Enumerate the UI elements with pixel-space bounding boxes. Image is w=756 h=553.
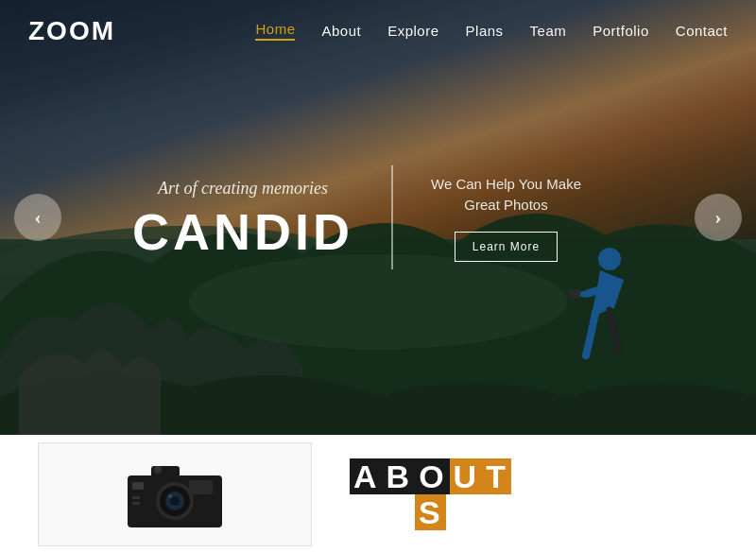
hero-title: CANDID: [132, 206, 353, 257]
hero-subtitle: We Can Help You Make Great Photos: [431, 174, 581, 216]
about-line2: S: [350, 494, 511, 530]
svg-point-10: [170, 496, 180, 506]
prev-arrow[interactable]: ‹: [14, 194, 61, 241]
hero-tagline: Art of creating memories: [132, 179, 353, 199]
about-text: A B O U T S: [350, 458, 511, 530]
hero-content: Art of creating memories CANDID We Can H…: [132, 165, 624, 269]
learn-more-button[interactable]: Learn More: [455, 232, 558, 262]
header: ZOOM Home About Explore Plans Team Portf…: [0, 0, 756, 61]
svg-rect-4: [569, 289, 580, 298]
prev-arrow-icon: ‹: [34, 205, 41, 230]
svg-point-13: [154, 466, 162, 474]
logo: ZOOM: [28, 16, 115, 46]
hero-section: ‹ › Art of creating memories CANDID We C…: [0, 0, 756, 435]
main-nav: Home About Explore Plans Team Portfolio …: [255, 21, 728, 41]
about-char-o: O: [415, 458, 449, 494]
camera-icon-wrap: [118, 457, 232, 532]
about-char-u: U: [450, 458, 483, 494]
hero-left-block: Art of creating memories CANDID: [132, 179, 353, 257]
camera-card: [38, 442, 312, 546]
nav-team[interactable]: Team: [530, 23, 567, 39]
svg-rect-12: [189, 480, 213, 494]
svg-rect-15: [132, 496, 140, 499]
about-block: A B O U T S: [350, 458, 511, 530]
camera-svg: [118, 457, 232, 532]
nav-plans[interactable]: Plans: [466, 23, 504, 39]
nav-about[interactable]: About: [321, 23, 361, 39]
svg-rect-16: [132, 502, 140, 505]
about-char-t: T: [482, 458, 511, 494]
about-char-b: B: [383, 458, 416, 494]
next-arrow[interactable]: ›: [695, 194, 742, 241]
about-char-s: S: [415, 494, 446, 530]
hero-subtitle-line1: We Can Help You Make: [431, 176, 581, 192]
hero-right-block: We Can Help You Make Great Photos Learn …: [431, 174, 581, 262]
about-text-wrapper: A B O U T S: [350, 458, 511, 530]
below-fold-section: A B O U T S: [0, 435, 756, 553]
svg-rect-14: [132, 482, 144, 490]
nav-portfolio[interactable]: Portfolio: [593, 23, 649, 39]
nav-home[interactable]: Home: [255, 21, 295, 41]
hero-subtitle-line2: Great Photos: [464, 197, 547, 213]
nav-explore[interactable]: Explore: [387, 23, 438, 39]
svg-point-11: [168, 494, 172, 498]
about-line1: A B O U T: [350, 458, 511, 494]
nav-contact[interactable]: Contact: [676, 23, 728, 39]
next-arrow-icon: ›: [714, 205, 721, 230]
about-char-a: A: [350, 458, 383, 494]
hero-divider: [391, 165, 393, 269]
